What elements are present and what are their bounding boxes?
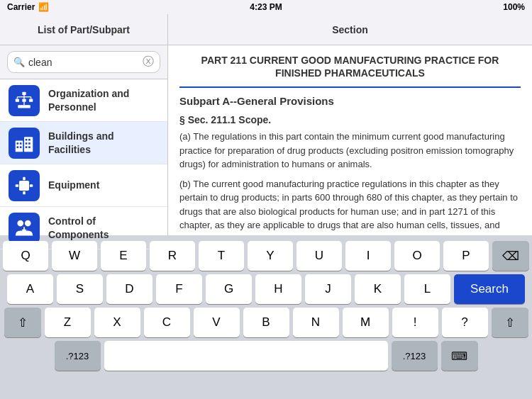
svg-rect-18 — [28, 138, 31, 140]
keyboard-row-2: A S D F G H J K L Search — [3, 274, 529, 304]
buildings-svg — [14, 133, 34, 153]
key-f[interactable]: F — [156, 274, 202, 304]
list-item[interactable]: Equipment — [0, 164, 167, 207]
subpart-title: Subpart A--General Provisions — [179, 95, 521, 107]
svg-rect-16 — [20, 146, 22, 148]
num-key-right[interactable]: .?123 — [392, 341, 438, 371]
app-header: List of Part/Subpart Section — [0, 14, 532, 45]
svg-rect-26 — [23, 191, 26, 193]
svg-rect-2 — [22, 99, 26, 101]
svg-rect-28 — [30, 184, 33, 187]
key-g[interactable]: G — [206, 274, 252, 304]
section-main-title: PART 211 CURRENT GOOD MANUFACTURING PRAC… — [179, 54, 521, 79]
left-panel-header: List of Part/Subpart — [0, 14, 168, 45]
search-input[interactable] — [28, 57, 139, 68]
svg-rect-11 — [16, 140, 23, 152]
key-exclaim[interactable]: ! — [392, 308, 438, 337]
key-q[interactable]: Q — [3, 241, 48, 271]
shift-key[interactable]: ⇧ — [4, 308, 41, 337]
key-y[interactable]: Y — [248, 241, 293, 271]
svg-rect-20 — [28, 142, 31, 145]
paragraph-b: (b) The current good manufacturing pract… — [179, 177, 521, 235]
status-carrier: Carrier 📶 — [7, 2, 49, 12]
key-n[interactable]: N — [293, 308, 339, 337]
keyboard-row-3: ⇧ Z X C V B N M ! ? ⇧ — [3, 308, 529, 337]
svg-rect-1 — [16, 99, 19, 101]
search-key[interactable]: Search — [454, 274, 525, 304]
keyboard-row-1: Q W E R T Y U I O P ⌫ — [3, 241, 529, 271]
key-d[interactable]: D — [106, 274, 153, 304]
list-item[interactable]: Buildings and Facilities — [0, 122, 167, 164]
key-z[interactable]: Z — [45, 308, 91, 337]
svg-rect-27 — [16, 184, 18, 187]
search-bar: 🔍 ⓧ — [0, 45, 167, 79]
buildings-facilities-icon — [9, 128, 40, 159]
status-battery: 100% — [503, 2, 525, 12]
svg-point-29 — [17, 220, 23, 226]
svg-point-30 — [25, 220, 31, 226]
svg-rect-15 — [17, 146, 19, 148]
clear-icon[interactable]: ⓧ — [143, 55, 154, 69]
key-s[interactable]: S — [57, 274, 103, 304]
key-u[interactable]: U — [297, 241, 342, 271]
org-personnel-label: Organization andPersonnel — [48, 87, 129, 113]
search-input-wrapper[interactable]: 🔍 ⓧ — [7, 51, 160, 73]
key-i[interactable]: I — [345, 241, 391, 271]
control-components-label: Control of Components — [48, 215, 159, 240]
key-b[interactable]: B — [243, 308, 289, 337]
key-r[interactable]: R — [150, 241, 195, 271]
org-chart-svg — [14, 91, 34, 111]
right-panel-header: Section — [168, 14, 532, 45]
key-e[interactable]: E — [101, 241, 146, 271]
key-p[interactable]: P — [443, 241, 489, 271]
key-x[interactable]: X — [94, 308, 140, 337]
key-a[interactable]: A — [7, 274, 53, 304]
key-j[interactable]: J — [305, 274, 351, 304]
key-w[interactable]: W — [52, 241, 97, 271]
equipment-label: Equipment — [48, 179, 99, 191]
svg-rect-17 — [26, 138, 28, 140]
main-content: 🔍 ⓧ — [0, 45, 532, 235]
list-item[interactable]: Organization andPersonnel — [0, 79, 167, 122]
num-key-left[interactable]: .?123 — [55, 341, 101, 371]
key-o[interactable]: O — [394, 241, 440, 271]
svg-rect-14 — [20, 142, 22, 145]
status-time: 4:23 PM — [250, 2, 282, 12]
key-k[interactable]: K — [355, 274, 401, 304]
control-svg — [14, 218, 34, 238]
section-divider — [179, 86, 521, 88]
svg-point-24 — [22, 183, 27, 188]
keyboard-bottom-row: .?123 .?123 ⌨ — [3, 341, 529, 371]
key-c[interactable]: C — [144, 308, 190, 337]
svg-rect-22 — [28, 146, 31, 148]
svg-rect-13 — [17, 142, 19, 145]
search-icon: 🔍 — [13, 57, 25, 67]
org-personnel-icon — [9, 85, 40, 116]
svg-rect-9 — [18, 105, 31, 108]
key-m[interactable]: M — [343, 308, 389, 337]
svg-rect-25 — [23, 176, 26, 179]
control-components-icon — [9, 213, 40, 244]
svg-rect-21 — [26, 146, 28, 148]
key-v[interactable]: V — [194, 308, 240, 337]
key-l[interactable]: L — [404, 274, 450, 304]
wifi-icon: 📶 — [38, 2, 49, 12]
keyboard: Q W E R T Y U I O P ⌫ A S D F G H J K L … — [0, 235, 532, 399]
equipment-icon — [9, 170, 40, 201]
backspace-key[interactable]: ⌫ — [492, 241, 529, 271]
paragraph-a: (a) The regulations in this part contain… — [179, 130, 521, 172]
status-bar: Carrier 📶 4:23 PM 100% — [0, 0, 532, 14]
key-h[interactable]: H — [255, 274, 301, 304]
svg-rect-0 — [22, 91, 26, 94]
key-question[interactable]: ? — [442, 308, 488, 337]
svg-rect-19 — [26, 142, 28, 145]
right-panel: PART 211 CURRENT GOOD MANUFACTURING PRAC… — [168, 45, 532, 235]
buildings-facilities-label: Buildings and Facilities — [48, 130, 159, 155]
carrier-label: Carrier — [7, 2, 35, 12]
scope-title: § Sec. 211.1 Scope. — [179, 114, 521, 125]
key-t[interactable]: T — [199, 241, 244, 271]
keyboard-hide-key[interactable]: ⌨ — [441, 341, 478, 371]
equipment-svg — [14, 176, 34, 196]
spacebar[interactable] — [104, 341, 388, 371]
shift-key-right[interactable]: ⇧ — [492, 308, 528, 337]
